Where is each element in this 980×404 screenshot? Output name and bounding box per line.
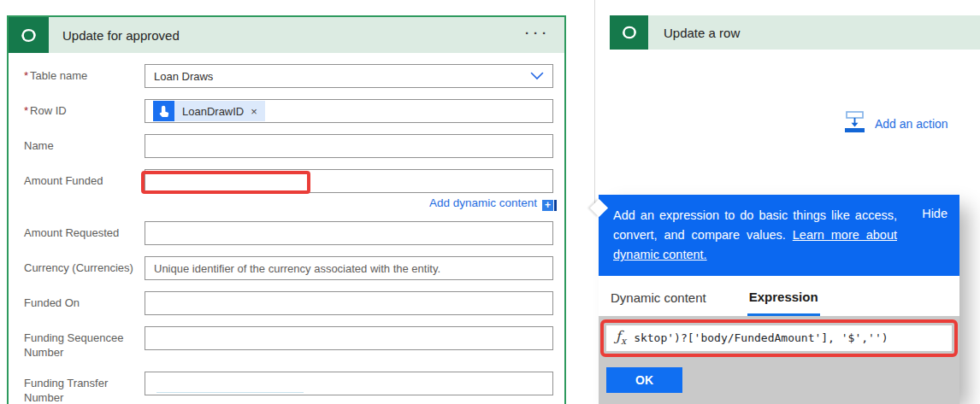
dataverse-icon [610,15,648,50]
field-row-funding-sequence-number: Funding Sequencee Number [9,326,564,372]
field-row-currency: Currency (Currencies) [9,256,564,291]
chevron-down-icon[interactable] [530,70,544,83]
tab-dynamic-content[interactable]: Dynamic content [609,287,708,316]
funded-on-input[interactable] [145,291,553,315]
add-dynamic-content-row: Add dynamic content+ [9,196,557,212]
field-row-amount-requested: Amount Requested [9,221,564,256]
required-marker: * [24,104,28,117]
panel-divider [594,0,595,203]
touch-pointer-icon [153,101,174,121]
name-input[interactable] [145,134,553,158]
field-label: Currency (Currencies) [24,256,145,280]
token-label: LoanDrawID [182,105,244,118]
add-an-action-button[interactable]: Add an action [842,110,948,137]
power-automate-canvas: Update for approved ··· *Table name Loan… [0,0,980,404]
field-label: Row ID [30,104,67,117]
card-title: Update a row [664,26,740,40]
popup-tabs: Dynamic content Expression [599,276,959,316]
faint-underline [156,392,304,393]
currency-input[interactable] [145,256,553,280]
field-label: Amount Requested [24,221,145,245]
card-menu-button[interactable]: ··· [525,20,551,46]
table-name-value: Loan Draws [154,70,213,83]
fx-icon: ƒx [616,328,626,347]
hide-button[interactable]: Hide [922,206,948,220]
add-an-action-label: Add an action [875,117,948,131]
dynamic-token-loandrawid[interactable]: LoanDrawID × [153,101,265,121]
expression-zone: ƒx sktop')?['body/FundedAmount'], '$',''… [599,316,959,393]
expression-banner: Add an expression to do basic things lik… [599,195,959,276]
amount-funded-input[interactable] [145,169,553,193]
card-header[interactable]: Update for approved ··· [9,17,564,53]
amount-requested-input[interactable] [145,221,553,245]
expression-input[interactable]: ƒx sktop')?['body/FundedAmount'], '$',''… [606,325,952,351]
card-body: *Table name Loan Draws *Row ID [9,53,564,404]
action-card-update-for-approved: Update for approved ··· *Table name Loan… [7,15,566,404]
funding-sequence-number-input[interactable] [145,326,553,350]
field-row-table-name: *Table name Loan Draws [9,64,564,99]
field-row-funding-transfer-number: Funding Transfer Number [9,372,564,404]
tab-expression[interactable]: Expression [747,287,820,316]
card-title: Update for approved [62,28,180,43]
annotation-red-box: ƒx sktop')?['body/FundedAmount'], '$',''… [600,319,958,357]
add-dynamic-content-link[interactable]: Add dynamic content [429,196,537,209]
ok-button[interactable]: OK [606,367,682,393]
action-card-update-a-row[interactable]: Update a row [610,15,980,50]
field-label: Table name [30,69,87,82]
field-label: Name [24,134,145,158]
table-name-dropdown[interactable]: Loan Draws [145,64,553,88]
expression-popup: Add an expression to do basic things lik… [599,195,959,404]
expression-value: sktop')?['body/FundedAmount'], '$','') [634,331,888,344]
field-label: Amount Funded [24,169,145,193]
field-label: Funding Transfer Number [24,372,145,404]
insert-action-icon [842,110,867,137]
dataverse-icon [9,17,49,53]
field-label: Funding Sequencee Number [24,326,145,360]
field-row-name: Name [9,134,564,169]
field-row-funded-on: Funded On [9,291,564,326]
field-row-row-id: *Row ID LoanDrawID × [9,99,564,134]
token-remove-icon[interactable]: × [251,105,257,118]
add-dynamic-content-plus-icon[interactable]: + [542,200,557,211]
required-marker: * [24,69,28,82]
field-label: Funded On [24,291,145,315]
